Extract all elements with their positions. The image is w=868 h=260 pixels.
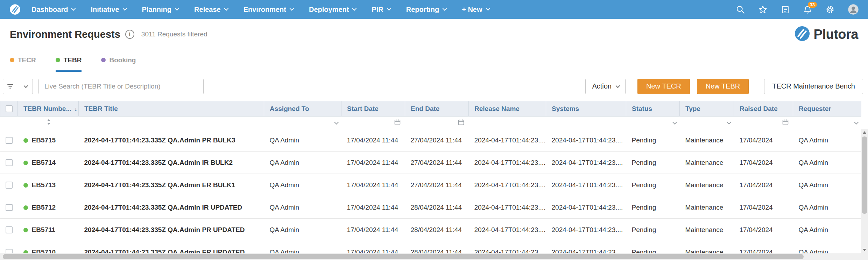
notifications-bell-icon[interactable]: 33: [803, 5, 812, 14]
nav-item-deployment[interactable]: Deployment: [309, 6, 355, 14]
col-header-tebr-title[interactable]: TEBR Title: [79, 101, 264, 117]
cell-tebr-number: EB5714: [18, 152, 79, 174]
nav-item-new[interactable]: + New: [462, 6, 489, 14]
row-checkbox[interactable]: [6, 226, 13, 233]
col-header-tebr-number[interactable]: TEBR Numbe...↓: [18, 101, 79, 117]
booking-dot-icon: [101, 58, 106, 62]
requests-table: TEBR Numbe...↓ TEBR Title Assigned To St…: [0, 101, 861, 253]
filter-dropdown-requester[interactable]: [793, 117, 861, 129]
col-header-systems[interactable]: Systems: [546, 101, 626, 117]
tab-label: TEBR: [64, 56, 82, 64]
row-checkbox[interactable]: [6, 249, 13, 253]
filter-dropdown-type[interactable]: [680, 117, 734, 129]
col-header-type[interactable]: Type: [680, 101, 734, 117]
row-checkbox[interactable]: [6, 159, 13, 166]
cell-checkbox: [0, 196, 18, 219]
nav-item-pir[interactable]: PIR: [372, 6, 390, 14]
plutora-logo-icon[interactable]: [9, 3, 21, 15]
vertical-scrollbar-thumb[interactable]: [862, 136, 867, 214]
cell-systems: 2024-04-17T01:44:23....: [546, 152, 626, 174]
user-avatar[interactable]: [848, 4, 859, 15]
cell-systems: 2024-04-17T01:44:23....: [546, 219, 626, 241]
col-header-label: TEBR Numbe...: [23, 105, 71, 112]
cell-raised-date: 17/04/2024: [734, 174, 793, 196]
nav-item-dashboard[interactable]: Dashboard: [31, 6, 75, 14]
cell-systems: 2024-04-17T01:44:23....: [546, 129, 626, 152]
calendar-icon: [458, 119, 465, 126]
cell-tebr-number: EB5713: [18, 174, 79, 196]
nav-item-environment[interactable]: Environment: [244, 6, 293, 14]
horizontal-scrollbar[interactable]: [0, 253, 861, 260]
filter-sorter-tebr-number[interactable]: [18, 117, 79, 129]
cell-requester: QA Admin: [793, 196, 861, 219]
table-row[interactable]: EB5715 2024-04-17T01:44:23.335Z QA.Admin…: [0, 129, 861, 152]
col-header-end-date[interactable]: End Date: [405, 101, 469, 117]
cell-end-date: 27/04/2024 11:44: [405, 129, 469, 152]
scrollbar-corner: [861, 253, 868, 260]
filter-dropdown-chevron-icon[interactable]: [18, 79, 33, 94]
nav-item-release[interactable]: Release: [194, 6, 227, 14]
favorites-star-icon[interactable]: [758, 5, 768, 14]
chevron-down-icon: [122, 6, 127, 10]
action-button[interactable]: Action: [585, 79, 626, 94]
scroll-down-arrow-icon[interactable]: [861, 246, 868, 253]
table-body: EB5715 2024-04-17T01:44:23.335Z QA.Admin…: [0, 129, 861, 254]
info-icon[interactable]: i: [125, 30, 134, 39]
filter-dropdown-assigned-to[interactable]: [264, 117, 341, 129]
tebr-dot-icon: [56, 58, 60, 62]
nav-item-initiative[interactable]: Initiative: [91, 6, 126, 14]
row-checkbox[interactable]: [6, 182, 13, 189]
settings-gear-icon[interactable]: [825, 5, 835, 14]
nav-item-planning[interactable]: Planning: [142, 6, 178, 14]
new-tebr-button[interactable]: New TEBR: [697, 79, 749, 94]
nav-label: Deployment: [309, 6, 349, 14]
cell-release-name: 2024-04-17T01:44:23....: [469, 129, 546, 152]
filter-menu-button[interactable]: [3, 79, 33, 94]
col-header-requester[interactable]: Requester: [793, 101, 861, 117]
row-checkbox[interactable]: [6, 204, 13, 211]
status-dot-icon: [23, 183, 28, 188]
filter-date-start[interactable]: [341, 117, 405, 129]
cell-release-name: 2024-04-17T01:44:23....: [469, 241, 546, 254]
chevron-down-icon: [387, 6, 391, 10]
tab-booking[interactable]: Booking: [101, 50, 136, 72]
select-all-checkbox[interactable]: [6, 105, 13, 112]
filter-dropdown-status[interactable]: [626, 117, 680, 129]
cell-start-date: 17/04/2024 11:44: [341, 241, 405, 254]
page-title: Environment Requests: [10, 29, 120, 40]
col-header-release-name[interactable]: Release Name: [469, 101, 546, 117]
table-row[interactable]: EB5711 2024-04-17T01:44:23.335Z QA.Admin…: [0, 219, 861, 241]
col-header-raised-date[interactable]: Raised Date: [734, 101, 793, 117]
col-header-start-date[interactable]: Start Date: [341, 101, 405, 117]
sort-direction-icon: ↓: [74, 106, 77, 112]
cell-raised-date: 17/04/2024: [734, 241, 793, 254]
table-row[interactable]: EB5714 2024-04-17T01:44:23.335Z QA.Admin…: [0, 152, 861, 174]
nav-item-reporting[interactable]: Reporting: [406, 6, 446, 14]
table-row[interactable]: EB5712 2024-04-17T01:44:23.335Z QA.Admin…: [0, 196, 861, 219]
col-header-assigned-to[interactable]: Assigned To: [264, 101, 341, 117]
scroll-up-arrow-icon[interactable]: [861, 129, 868, 136]
table-row[interactable]: EB5710 2024-04-17T01:44:23.335Z QA.Admin…: [0, 241, 861, 254]
cell-checkbox: [0, 152, 18, 174]
release-notes-icon[interactable]: [781, 5, 790, 14]
chevron-down-icon: [486, 6, 490, 10]
select-all-cell: [0, 101, 18, 117]
cell-requester: QA Admin: [793, 174, 861, 196]
cell-end-date: 28/04/2024 11:44: [405, 196, 469, 219]
horizontal-scrollbar-thumb[interactable]: [3, 254, 804, 259]
col-header-status[interactable]: Status: [626, 101, 680, 117]
chevron-down-icon: [727, 120, 731, 125]
search-icon[interactable]: [736, 5, 745, 14]
new-tecr-button[interactable]: New TECR: [637, 79, 690, 94]
filter-date-end[interactable]: [405, 117, 469, 129]
tab-tebr[interactable]: TEBR: [56, 50, 82, 72]
live-search-input[interactable]: [38, 79, 204, 94]
filter-icon[interactable]: [3, 79, 18, 94]
table-row[interactable]: EB5713 2024-04-17T01:44:23.335Z QA.Admin…: [0, 174, 861, 196]
cell-requester: QA Admin: [793, 152, 861, 174]
tecr-maintenance-bench-button[interactable]: TECR Maintenance Bench: [764, 79, 863, 94]
tab-tecr[interactable]: TECR: [10, 50, 36, 72]
row-checkbox[interactable]: [6, 137, 13, 144]
vertical-scrollbar[interactable]: [861, 129, 868, 253]
filter-date-raised[interactable]: [734, 117, 793, 129]
